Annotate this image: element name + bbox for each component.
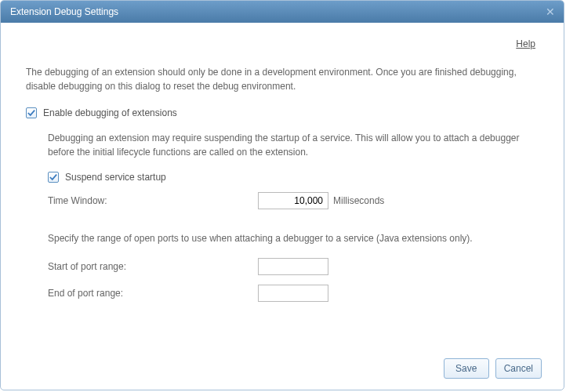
port-section: Specify the range of open ports to use w… [26, 231, 539, 302]
port-end-row: End of port range: [48, 285, 539, 302]
suspend-startup-label: Suspend service startup [65, 172, 166, 183]
enable-debugging-checkbox[interactable] [26, 107, 37, 118]
port-end-label: End of port range: [48, 288, 258, 299]
cancel-button[interactable]: Cancel [495, 358, 542, 379]
enable-debugging-row: Enable debugging of extensions [26, 107, 539, 118]
enable-debugging-label: Enable debugging of extensions [43, 107, 177, 118]
time-window-row: Time Window: Milliseconds [48, 192, 539, 209]
port-end-input[interactable] [258, 285, 328, 302]
time-window-label: Time Window: [48, 195, 258, 206]
port-start-row: Start of port range: [48, 258, 539, 275]
port-start-label: Start of port range: [48, 261, 258, 272]
checkmark-icon [49, 173, 57, 181]
close-icon[interactable]: ✕ [543, 5, 557, 19]
checkmark-icon [27, 109, 35, 117]
intro-text: The debugging of an extension should onl… [26, 65, 539, 93]
suspend-description: Debugging an extension may require suspe… [48, 131, 539, 159]
dialog-title: Extension Debug Settings [7, 6, 118, 17]
save-button[interactable]: Save [444, 358, 489, 379]
help-link[interactable]: Help [516, 38, 535, 49]
dialog-window: Extension Debug Settings ✕ Help The debu… [0, 0, 564, 390]
titlebar: Extension Debug Settings ✕ [1, 1, 564, 23]
time-window-unit: Milliseconds [333, 195, 384, 206]
port-description: Specify the range of open ports to use w… [48, 231, 539, 245]
dialog-content: Help The debugging of an extension shoul… [1, 23, 564, 390]
time-window-input[interactable] [258, 192, 328, 209]
button-bar: Save Cancel [444, 358, 542, 379]
port-start-input[interactable] [258, 258, 328, 275]
suspend-startup-row: Suspend service startup [48, 172, 539, 183]
suspend-startup-checkbox[interactable] [48, 172, 59, 183]
